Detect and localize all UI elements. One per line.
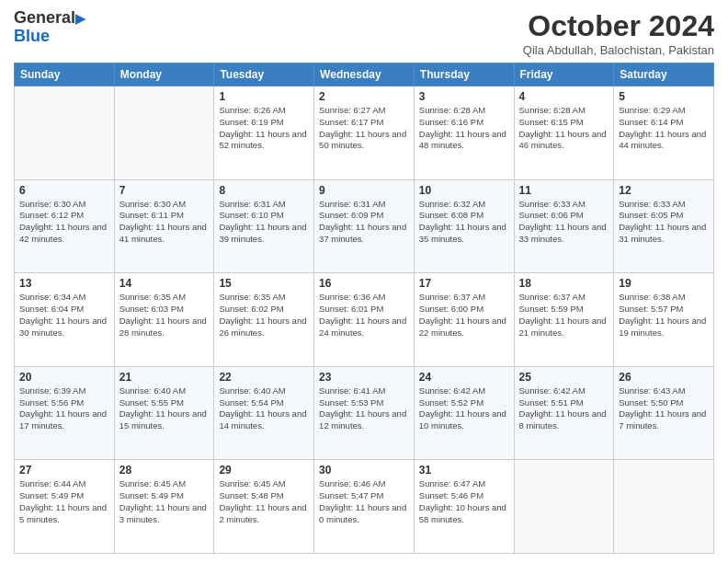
day-info: Sunrise: 6:28 AM Sunset: 6:15 PM Dayligh… bbox=[519, 105, 609, 152]
cell-w2-d1: 6Sunrise: 6:30 AM Sunset: 6:12 PM Daylig… bbox=[15, 179, 115, 273]
cell-w1-d5: 3Sunrise: 6:28 AM Sunset: 6:16 PM Daylig… bbox=[414, 86, 514, 180]
day-info: Sunrise: 6:45 AM Sunset: 5:48 PM Dayligh… bbox=[219, 478, 309, 525]
day-number: 15 bbox=[219, 277, 309, 290]
calendar-header-row: Sunday Monday Tuesday Wednesday Thursday… bbox=[15, 63, 714, 86]
day-number: 18 bbox=[519, 277, 609, 290]
month-title: October 2024 bbox=[523, 9, 714, 43]
cell-w3-d2: 14Sunrise: 6:35 AM Sunset: 6:03 PM Dayli… bbox=[114, 273, 214, 367]
day-info: Sunrise: 6:37 AM Sunset: 5:59 PM Dayligh… bbox=[519, 292, 609, 339]
day-info: Sunrise: 6:40 AM Sunset: 5:55 PM Dayligh… bbox=[119, 385, 210, 432]
day-info: Sunrise: 6:34 AM Sunset: 6:04 PM Dayligh… bbox=[19, 292, 109, 339]
day-info: Sunrise: 6:37 AM Sunset: 6:00 PM Dayligh… bbox=[419, 292, 509, 339]
day-number: 8 bbox=[219, 184, 309, 197]
day-info: Sunrise: 6:41 AM Sunset: 5:53 PM Dayligh… bbox=[319, 385, 409, 432]
title-block: October 2024 Qila Abdullah, Balochistan,… bbox=[523, 9, 714, 57]
cell-w2-d5: 10Sunrise: 6:32 AM Sunset: 6:08 PM Dayli… bbox=[414, 179, 514, 273]
cell-w4-d4: 23Sunrise: 6:41 AM Sunset: 5:53 PM Dayli… bbox=[314, 366, 415, 460]
day-number: 3 bbox=[419, 90, 509, 103]
week-row-2: 6Sunrise: 6:30 AM Sunset: 6:12 PM Daylig… bbox=[15, 179, 714, 273]
day-number: 19 bbox=[619, 277, 709, 290]
day-number: 9 bbox=[319, 184, 409, 197]
day-number: 6 bbox=[19, 184, 109, 197]
header: General▶ Blue October 2024 Qila Abdullah… bbox=[14, 9, 714, 57]
day-number: 12 bbox=[619, 184, 709, 197]
day-info: Sunrise: 6:44 AM Sunset: 5:49 PM Dayligh… bbox=[19, 478, 109, 525]
day-number: 27 bbox=[19, 464, 109, 477]
day-number: 1 bbox=[219, 90, 309, 103]
day-info: Sunrise: 6:45 AM Sunset: 5:49 PM Dayligh… bbox=[119, 478, 210, 525]
day-number: 21 bbox=[119, 371, 210, 384]
logo-general: General bbox=[14, 8, 75, 27]
cell-w4-d5: 24Sunrise: 6:42 AM Sunset: 5:52 PM Dayli… bbox=[414, 366, 514, 460]
logo: General▶ Blue bbox=[14, 9, 85, 46]
day-number: 22 bbox=[219, 371, 309, 384]
cell-w3-d4: 16Sunrise: 6:36 AM Sunset: 6:01 PM Dayli… bbox=[314, 273, 415, 367]
day-number: 31 bbox=[419, 464, 509, 477]
day-info: Sunrise: 6:27 AM Sunset: 6:17 PM Dayligh… bbox=[319, 105, 409, 152]
day-info: Sunrise: 6:38 AM Sunset: 5:57 PM Dayligh… bbox=[619, 292, 709, 339]
day-info: Sunrise: 6:46 AM Sunset: 5:47 PM Dayligh… bbox=[319, 478, 409, 525]
cell-w4-d6: 25Sunrise: 6:42 AM Sunset: 5:51 PM Dayli… bbox=[514, 366, 614, 460]
calendar-table: Sunday Monday Tuesday Wednesday Thursday… bbox=[14, 63, 714, 554]
day-info: Sunrise: 6:30 AM Sunset: 6:11 PM Dayligh… bbox=[119, 199, 210, 246]
day-info: Sunrise: 6:26 AM Sunset: 6:19 PM Dayligh… bbox=[219, 105, 309, 152]
cell-w1-d7: 5Sunrise: 6:29 AM Sunset: 6:14 PM Daylig… bbox=[614, 86, 714, 180]
day-number: 25 bbox=[519, 371, 609, 384]
location-subtitle: Qila Abdullah, Balochistan, Pakistan bbox=[523, 43, 714, 57]
day-number: 5 bbox=[619, 90, 709, 103]
cell-w2-d4: 9Sunrise: 6:31 AM Sunset: 6:09 PM Daylig… bbox=[314, 179, 415, 273]
cell-w3-d7: 19Sunrise: 6:38 AM Sunset: 5:57 PM Dayli… bbox=[614, 273, 714, 367]
cell-w3-d1: 13Sunrise: 6:34 AM Sunset: 6:04 PM Dayli… bbox=[15, 273, 115, 367]
cell-w1-d3: 1Sunrise: 6:26 AM Sunset: 6:19 PM Daylig… bbox=[214, 86, 314, 180]
cell-w1-d1 bbox=[15, 86, 115, 180]
day-info: Sunrise: 6:42 AM Sunset: 5:51 PM Dayligh… bbox=[519, 385, 609, 432]
day-number: 2 bbox=[319, 90, 409, 103]
day-info: Sunrise: 6:33 AM Sunset: 6:06 PM Dayligh… bbox=[519, 199, 609, 246]
week-row-5: 27Sunrise: 6:44 AM Sunset: 5:49 PM Dayli… bbox=[15, 460, 714, 554]
day-info: Sunrise: 6:28 AM Sunset: 6:16 PM Dayligh… bbox=[419, 105, 509, 152]
cell-w3-d3: 15Sunrise: 6:35 AM Sunset: 6:02 PM Dayli… bbox=[214, 273, 314, 367]
col-thursday: Thursday bbox=[414, 63, 514, 86]
day-number: 10 bbox=[419, 184, 509, 197]
week-row-4: 20Sunrise: 6:39 AM Sunset: 5:56 PM Dayli… bbox=[15, 366, 714, 460]
day-info: Sunrise: 6:39 AM Sunset: 5:56 PM Dayligh… bbox=[19, 385, 109, 432]
day-number: 30 bbox=[319, 464, 409, 477]
day-number: 4 bbox=[519, 90, 609, 103]
cell-w4-d7: 26Sunrise: 6:43 AM Sunset: 5:50 PM Dayli… bbox=[614, 366, 714, 460]
day-number: 29 bbox=[219, 464, 309, 477]
cell-w5-d1: 27Sunrise: 6:44 AM Sunset: 5:49 PM Dayli… bbox=[15, 460, 115, 554]
cell-w4-d2: 21Sunrise: 6:40 AM Sunset: 5:55 PM Dayli… bbox=[114, 366, 214, 460]
cell-w5-d7 bbox=[614, 460, 714, 554]
day-info: Sunrise: 6:47 AM Sunset: 5:46 PM Dayligh… bbox=[419, 478, 509, 525]
day-number: 20 bbox=[19, 371, 109, 384]
day-info: Sunrise: 6:32 AM Sunset: 6:08 PM Dayligh… bbox=[419, 199, 509, 246]
day-info: Sunrise: 6:35 AM Sunset: 6:03 PM Dayligh… bbox=[119, 292, 210, 339]
col-wednesday: Wednesday bbox=[314, 63, 415, 86]
day-info: Sunrise: 6:40 AM Sunset: 5:54 PM Dayligh… bbox=[219, 385, 309, 432]
logo-text: General▶ Blue bbox=[14, 9, 85, 46]
cell-w1-d2 bbox=[114, 86, 214, 180]
cell-w4-d1: 20Sunrise: 6:39 AM Sunset: 5:56 PM Dayli… bbox=[15, 366, 115, 460]
day-number: 28 bbox=[119, 464, 210, 477]
day-info: Sunrise: 6:29 AM Sunset: 6:14 PM Dayligh… bbox=[619, 105, 709, 152]
col-sunday: Sunday bbox=[15, 63, 115, 86]
page: General▶ Blue October 2024 Qila Abdullah… bbox=[0, 0, 728, 563]
cell-w5-d2: 28Sunrise: 6:45 AM Sunset: 5:49 PM Dayli… bbox=[114, 460, 214, 554]
day-info: Sunrise: 6:35 AM Sunset: 6:02 PM Dayligh… bbox=[219, 292, 309, 339]
cell-w1-d4: 2Sunrise: 6:27 AM Sunset: 6:17 PM Daylig… bbox=[314, 86, 415, 180]
col-saturday: Saturday bbox=[614, 63, 714, 86]
day-number: 16 bbox=[319, 277, 409, 290]
cell-w5-d5: 31Sunrise: 6:47 AM Sunset: 5:46 PM Dayli… bbox=[414, 460, 514, 554]
day-info: Sunrise: 6:33 AM Sunset: 6:05 PM Dayligh… bbox=[619, 199, 709, 246]
day-info: Sunrise: 6:42 AM Sunset: 5:52 PM Dayligh… bbox=[419, 385, 509, 432]
day-info: Sunrise: 6:30 AM Sunset: 6:12 PM Dayligh… bbox=[19, 199, 109, 246]
day-number: 26 bbox=[619, 371, 709, 384]
cell-w2-d3: 8Sunrise: 6:31 AM Sunset: 6:10 PM Daylig… bbox=[214, 179, 314, 273]
col-monday: Monday bbox=[114, 63, 214, 86]
day-info: Sunrise: 6:31 AM Sunset: 6:10 PM Dayligh… bbox=[219, 199, 309, 246]
day-number: 23 bbox=[319, 371, 409, 384]
day-info: Sunrise: 6:36 AM Sunset: 6:01 PM Dayligh… bbox=[319, 292, 409, 339]
day-number: 14 bbox=[119, 277, 210, 290]
col-tuesday: Tuesday bbox=[214, 63, 314, 86]
cell-w5-d3: 29Sunrise: 6:45 AM Sunset: 5:48 PM Dayli… bbox=[214, 460, 314, 554]
